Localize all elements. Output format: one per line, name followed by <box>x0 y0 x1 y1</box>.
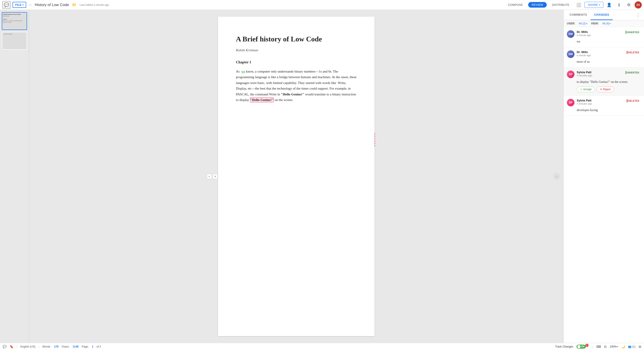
night-mode-icon[interactable]: 🌙 <box>621 345 625 348</box>
page-thumbnail-2[interactable]: ...continued text page 2... <box>2 32 27 50</box>
favorite-icon[interactable]: ☆ <box>28 3 32 8</box>
file-caret: ▾ <box>22 4 24 6</box>
toggle-dot <box>577 345 580 348</box>
share-label: SHARE <box>588 3 598 7</box>
change-time: 3 minutes ago <box>577 102 623 105</box>
track-changes-label: Track Changes <box>555 345 573 348</box>
user-avatar[interactable]: ZA <box>634 1 642 9</box>
move-block-button[interactable]: ≡ <box>213 174 218 179</box>
change-avatar: SP <box>567 71 574 78</box>
top-nav: 💬 FILE ▾ ☆ History of Low Code 📁 Last ed… <box>0 0 644 10</box>
change-actions: ✓ Accept ✕ Reject <box>577 86 641 92</box>
change-header: SP Sylvia Patt 4 minutes ago INSERTED <box>567 71 641 78</box>
main-area: A Brief history of Low Code Rohith Krish… <box>0 10 644 343</box>
change-text: most of us <box>577 59 641 64</box>
language-label[interactable]: English (US) <box>20 345 35 348</box>
change-badge: DELETED <box>625 50 641 54</box>
badge-text: DELETED <box>628 51 639 54</box>
zoom-control[interactable]: 100% ▾ <box>610 345 618 348</box>
user-filter-label: USER: <box>567 22 575 25</box>
change-username: Sylvia Patt <box>577 71 622 74</box>
change-text: we <box>577 39 641 44</box>
change-meta: Dr. Mills a minute ago <box>577 30 622 37</box>
change-item-c4[interactable]: SP Sylvia Patt 3 minutes ago DELETED dev… <box>564 96 644 116</box>
chars-count: 1140 <box>73 345 79 348</box>
tab-changes[interactable]: CHANGES <box>590 10 613 20</box>
change-badge: DELETED <box>625 99 641 103</box>
badge-bar <box>627 51 628 54</box>
change-item-c3[interactable]: SP Sylvia Patt 4 minutes ago INSERTED to… <box>564 67 644 96</box>
badge-text: INSERTED <box>627 71 639 74</box>
change-avatar: SP <box>567 99 574 106</box>
change-username: Sylvia Patt <box>577 99 623 102</box>
bold-hello-genius: "Hello Genius!" <box>281 92 304 96</box>
distribute-button[interactable]: DISTRIBUTE <box>548 2 573 8</box>
thumbnail-sidebar: A Brief history of Low Code Rohith Krish… <box>0 10 29 343</box>
x-icon: ✕ <box>600 88 602 91</box>
scroll-right-hint[interactable]: › <box>553 173 560 180</box>
change-header: DM Dr. Mills a minute ago DELETED <box>567 50 641 58</box>
comment-status-icon[interactable]: 💬 <box>3 345 6 348</box>
panel-tabs: COMMENTS CHANGES ⋮ <box>564 10 644 20</box>
page-of: of 2 <box>96 345 101 348</box>
track-on-label: ON <box>581 345 584 348</box>
file-menu-button[interactable]: FILE ▾ <box>12 2 26 8</box>
change-badge: INSERTED <box>624 30 641 34</box>
folder-icon[interactable]: 📁 <box>72 3 76 7</box>
accept-button[interactable]: ✓ Accept <box>577 86 595 92</box>
avatar-initials: SP <box>569 101 572 104</box>
layout-icon[interactable]: ⊟ <box>604 345 607 348</box>
change-time: 4 minutes ago <box>577 74 622 77</box>
change-meta: Sylvia Patt 3 minutes ago <box>577 99 623 105</box>
panel-filters: USER: All (2) ▾ VIEW: All (4) ▾ <box>564 20 644 27</box>
add-block-button[interactable]: + <box>207 174 212 179</box>
compose-button[interactable]: COMPOSE <box>504 2 526 8</box>
change-item-c1[interactable]: DM Dr. Mills a minute ago INSERTED we <box>564 27 644 47</box>
reject-button[interactable]: ✕ Reject <box>596 86 614 92</box>
review-button[interactable]: REVIEW <box>528 2 547 8</box>
keyboard-icon[interactable]: ⌨ <box>596 345 601 348</box>
change-avatar: DM <box>567 30 574 38</box>
words-count: 179 <box>54 345 58 348</box>
change-meta: Sylvia Patt 4 minutes ago <box>577 71 622 77</box>
change-time: a minute ago <box>577 54 623 57</box>
change-text: developer-facing <box>577 108 641 112</box>
change-item-c2[interactable]: DM Dr. Mills a minute ago DELETED most o… <box>564 47 644 67</box>
page-thumbnail-1[interactable]: A Brief history of Low Code Rohith Krish… <box>2 12 27 30</box>
users-online[interactable]: 👥 (1) <box>628 345 636 348</box>
tab-comments[interactable]: COMMENTS <box>566 10 590 20</box>
last-edited-label: Last edited a minute ago <box>80 3 109 7</box>
info-icon[interactable]: ℹ <box>615 1 623 9</box>
check-icon: ✓ <box>580 88 582 91</box>
view-filter-select[interactable]: All (4) ▾ <box>602 22 611 25</box>
page-num: 1 <box>92 345 94 348</box>
document-page: + ≡ A Brief history of Low Code Rohith K… <box>218 17 374 336</box>
badge-text: DELETED <box>628 100 639 102</box>
doc-author: Rohith Krishnan <box>236 48 357 52</box>
doc-body: As we know, a computer only understands … <box>236 69 357 103</box>
document-area: + ≡ A Brief history of Low Code Rohith K… <box>29 10 564 343</box>
avatar-initials: DM <box>569 33 573 36</box>
page-view-icon[interactable]: ⊞ <box>639 345 641 348</box>
change-header: SP Sylvia Patt 3 minutes ago DELETED <box>567 99 641 106</box>
user-filter-select[interactable]: All (2) ▾ <box>579 22 587 25</box>
badge-bar <box>627 99 628 102</box>
doc-heading: A Brief history of Low Code <box>236 35 357 44</box>
user-icon[interactable]: 👤 <box>605 1 613 9</box>
bookmark-status-icon[interactable]: 🔖 <box>10 345 14 348</box>
document-title: History of Low Code <box>35 3 69 7</box>
words-label: Words: <box>42 345 51 348</box>
block-controls: + ≡ <box>207 174 218 179</box>
settings-icon[interactable]: ⚙ <box>625 1 633 9</box>
avatar-initials: DM <box>569 53 573 56</box>
change-avatar: DM <box>567 50 574 58</box>
share-button[interactable]: SHARE ▾ <box>584 2 603 8</box>
hamburger-menu[interactable]: 💬 <box>2 1 11 9</box>
right-panel: COMMENTS CHANGES ⋮ USER: All (2) ▾ VIEW:… <box>564 10 644 343</box>
panel-more-icon[interactable]: ⋮ <box>634 12 642 19</box>
change-username: Dr. Mills <box>577 50 623 54</box>
track-changes-toggle[interactable]: ON <box>576 345 586 349</box>
present-icon[interactable]: ⬜ <box>575 1 583 9</box>
avatar-initials: ZA <box>636 3 640 7</box>
highlighted-text: "Hello Genius!" <box>250 97 274 102</box>
